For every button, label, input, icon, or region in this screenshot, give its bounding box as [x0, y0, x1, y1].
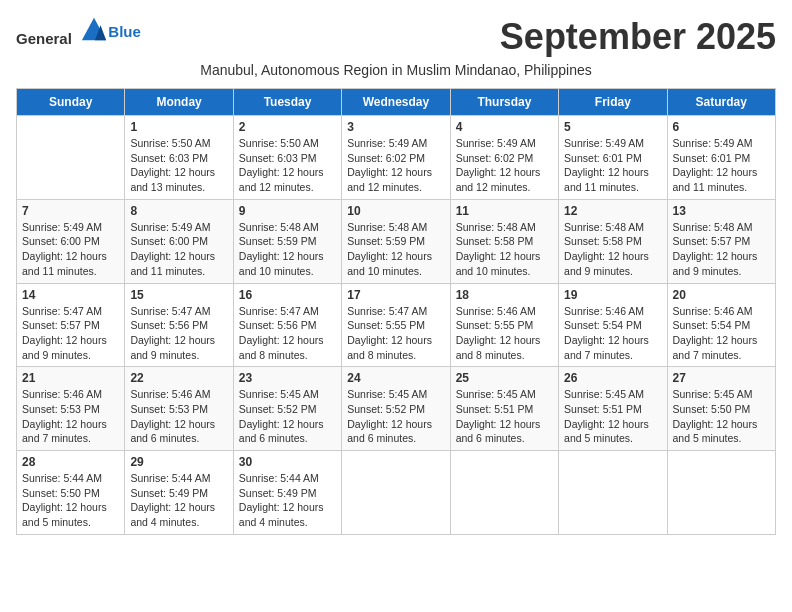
day-number: 17 — [347, 288, 444, 302]
page-header: General Blue September 2025 — [16, 16, 776, 58]
day-number: 16 — [239, 288, 336, 302]
calendar-cell: 30Sunrise: 5:44 AM Sunset: 5:49 PM Dayli… — [233, 451, 341, 535]
day-number: 19 — [564, 288, 661, 302]
day-info: Sunrise: 5:46 AM Sunset: 5:54 PM Dayligh… — [673, 304, 770, 363]
calendar-cell: 15Sunrise: 5:47 AM Sunset: 5:56 PM Dayli… — [125, 283, 233, 367]
calendar-day-header: Friday — [559, 89, 667, 116]
calendar-cell: 27Sunrise: 5:45 AM Sunset: 5:50 PM Dayli… — [667, 367, 775, 451]
calendar-subtitle: Manubul, Autonomous Region in Muslim Min… — [16, 62, 776, 78]
calendar-cell: 29Sunrise: 5:44 AM Sunset: 5:49 PM Dayli… — [125, 451, 233, 535]
calendar-cell: 21Sunrise: 5:46 AM Sunset: 5:53 PM Dayli… — [17, 367, 125, 451]
calendar-cell: 10Sunrise: 5:48 AM Sunset: 5:59 PM Dayli… — [342, 199, 450, 283]
calendar-cell: 5Sunrise: 5:49 AM Sunset: 6:01 PM Daylig… — [559, 116, 667, 200]
calendar-cell: 12Sunrise: 5:48 AM Sunset: 5:58 PM Dayli… — [559, 199, 667, 283]
day-number: 23 — [239, 371, 336, 385]
calendar-cell: 25Sunrise: 5:45 AM Sunset: 5:51 PM Dayli… — [450, 367, 558, 451]
day-number: 25 — [456, 371, 553, 385]
day-info: Sunrise: 5:44 AM Sunset: 5:50 PM Dayligh… — [22, 471, 119, 530]
day-info: Sunrise: 5:50 AM Sunset: 6:03 PM Dayligh… — [239, 136, 336, 195]
calendar-cell: 1Sunrise: 5:50 AM Sunset: 6:03 PM Daylig… — [125, 116, 233, 200]
day-info: Sunrise: 5:46 AM Sunset: 5:54 PM Dayligh… — [564, 304, 661, 363]
calendar-cell: 17Sunrise: 5:47 AM Sunset: 5:55 PM Dayli… — [342, 283, 450, 367]
day-info: Sunrise: 5:50 AM Sunset: 6:03 PM Dayligh… — [130, 136, 227, 195]
day-info: Sunrise: 5:47 AM Sunset: 5:55 PM Dayligh… — [347, 304, 444, 363]
calendar-cell: 11Sunrise: 5:48 AM Sunset: 5:58 PM Dayli… — [450, 199, 558, 283]
calendar-cell: 18Sunrise: 5:46 AM Sunset: 5:55 PM Dayli… — [450, 283, 558, 367]
calendar-day-header: Tuesday — [233, 89, 341, 116]
calendar-cell: 16Sunrise: 5:47 AM Sunset: 5:56 PM Dayli… — [233, 283, 341, 367]
logo-blue-text: Blue — [108, 23, 141, 40]
day-info: Sunrise: 5:46 AM Sunset: 5:55 PM Dayligh… — [456, 304, 553, 363]
calendar-cell: 14Sunrise: 5:47 AM Sunset: 5:57 PM Dayli… — [17, 283, 125, 367]
calendar-cell: 28Sunrise: 5:44 AM Sunset: 5:50 PM Dayli… — [17, 451, 125, 535]
calendar-cell: 3Sunrise: 5:49 AM Sunset: 6:02 PM Daylig… — [342, 116, 450, 200]
calendar-week-row: 28Sunrise: 5:44 AM Sunset: 5:50 PM Dayli… — [17, 451, 776, 535]
calendar-cell: 6Sunrise: 5:49 AM Sunset: 6:01 PM Daylig… — [667, 116, 775, 200]
day-number: 9 — [239, 204, 336, 218]
calendar-cell: 26Sunrise: 5:45 AM Sunset: 5:51 PM Dayli… — [559, 367, 667, 451]
calendar-week-row: 14Sunrise: 5:47 AM Sunset: 5:57 PM Dayli… — [17, 283, 776, 367]
day-info: Sunrise: 5:45 AM Sunset: 5:52 PM Dayligh… — [347, 387, 444, 446]
day-info: Sunrise: 5:49 AM Sunset: 6:02 PM Dayligh… — [456, 136, 553, 195]
day-number: 30 — [239, 455, 336, 469]
day-number: 10 — [347, 204, 444, 218]
day-number: 8 — [130, 204, 227, 218]
day-info: Sunrise: 5:47 AM Sunset: 5:57 PM Dayligh… — [22, 304, 119, 363]
calendar-cell: 8Sunrise: 5:49 AM Sunset: 6:00 PM Daylig… — [125, 199, 233, 283]
calendar-day-header: Wednesday — [342, 89, 450, 116]
calendar-week-row: 21Sunrise: 5:46 AM Sunset: 5:53 PM Dayli… — [17, 367, 776, 451]
calendar-day-header: Monday — [125, 89, 233, 116]
calendar-week-row: 1Sunrise: 5:50 AM Sunset: 6:03 PM Daylig… — [17, 116, 776, 200]
day-info: Sunrise: 5:49 AM Sunset: 6:01 PM Dayligh… — [564, 136, 661, 195]
day-info: Sunrise: 5:47 AM Sunset: 5:56 PM Dayligh… — [239, 304, 336, 363]
day-number: 26 — [564, 371, 661, 385]
calendar-cell: 22Sunrise: 5:46 AM Sunset: 5:53 PM Dayli… — [125, 367, 233, 451]
day-info: Sunrise: 5:45 AM Sunset: 5:50 PM Dayligh… — [673, 387, 770, 446]
day-number: 12 — [564, 204, 661, 218]
day-number: 20 — [673, 288, 770, 302]
calendar-cell: 24Sunrise: 5:45 AM Sunset: 5:52 PM Dayli… — [342, 367, 450, 451]
day-info: Sunrise: 5:48 AM Sunset: 5:59 PM Dayligh… — [347, 220, 444, 279]
day-info: Sunrise: 5:47 AM Sunset: 5:56 PM Dayligh… — [130, 304, 227, 363]
day-info: Sunrise: 5:46 AM Sunset: 5:53 PM Dayligh… — [130, 387, 227, 446]
calendar-day-header: Thursday — [450, 89, 558, 116]
day-number: 28 — [22, 455, 119, 469]
calendar-cell: 2Sunrise: 5:50 AM Sunset: 6:03 PM Daylig… — [233, 116, 341, 200]
calendar-cell: 19Sunrise: 5:46 AM Sunset: 5:54 PM Dayli… — [559, 283, 667, 367]
day-info: Sunrise: 5:45 AM Sunset: 5:51 PM Dayligh… — [564, 387, 661, 446]
day-number: 29 — [130, 455, 227, 469]
day-number: 24 — [347, 371, 444, 385]
day-number: 22 — [130, 371, 227, 385]
logo-icon — [80, 16, 108, 44]
calendar-cell — [17, 116, 125, 200]
day-number: 18 — [456, 288, 553, 302]
day-number: 3 — [347, 120, 444, 134]
day-number: 27 — [673, 371, 770, 385]
day-info: Sunrise: 5:49 AM Sunset: 6:00 PM Dayligh… — [130, 220, 227, 279]
month-title: September 2025 — [500, 16, 776, 58]
day-number: 11 — [456, 204, 553, 218]
day-info: Sunrise: 5:48 AM Sunset: 5:58 PM Dayligh… — [456, 220, 553, 279]
calendar-cell — [342, 451, 450, 535]
calendar-table: SundayMondayTuesdayWednesdayThursdayFrid… — [16, 88, 776, 535]
calendar-body: 1Sunrise: 5:50 AM Sunset: 6:03 PM Daylig… — [17, 116, 776, 535]
calendar-cell: 9Sunrise: 5:48 AM Sunset: 5:59 PM Daylig… — [233, 199, 341, 283]
calendar-cell: 20Sunrise: 5:46 AM Sunset: 5:54 PM Dayli… — [667, 283, 775, 367]
day-number: 13 — [673, 204, 770, 218]
day-info: Sunrise: 5:48 AM Sunset: 5:58 PM Dayligh… — [564, 220, 661, 279]
day-info: Sunrise: 5:44 AM Sunset: 5:49 PM Dayligh… — [130, 471, 227, 530]
calendar-cell: 13Sunrise: 5:48 AM Sunset: 5:57 PM Dayli… — [667, 199, 775, 283]
day-info: Sunrise: 5:44 AM Sunset: 5:49 PM Dayligh… — [239, 471, 336, 530]
day-number: 14 — [22, 288, 119, 302]
day-number: 6 — [673, 120, 770, 134]
day-number: 7 — [22, 204, 119, 218]
logo-general-text: General — [16, 30, 72, 47]
calendar-cell — [667, 451, 775, 535]
calendar-cell: 7Sunrise: 5:49 AM Sunset: 6:00 PM Daylig… — [17, 199, 125, 283]
calendar-week-row: 7Sunrise: 5:49 AM Sunset: 6:00 PM Daylig… — [17, 199, 776, 283]
calendar-cell: 4Sunrise: 5:49 AM Sunset: 6:02 PM Daylig… — [450, 116, 558, 200]
calendar-cell: 23Sunrise: 5:45 AM Sunset: 5:52 PM Dayli… — [233, 367, 341, 451]
day-number: 4 — [456, 120, 553, 134]
day-info: Sunrise: 5:46 AM Sunset: 5:53 PM Dayligh… — [22, 387, 119, 446]
logo: General Blue — [16, 16, 141, 48]
